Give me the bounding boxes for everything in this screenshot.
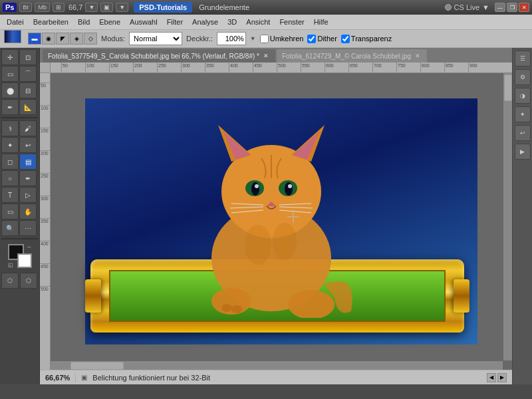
fg-bg-swatches[interactable]: ↔ ◱ xyxy=(8,244,32,268)
transparenz-checkbox[interactable] xyxy=(341,35,350,43)
ruler-v-500: 500 xyxy=(40,286,50,291)
deckkr-input[interactable] xyxy=(217,32,246,45)
hand-tool[interactable]: ✋ xyxy=(19,203,37,219)
arrange-button[interactable]: ⊞ xyxy=(53,3,65,12)
vertical-scrollbar[interactable] xyxy=(503,73,512,360)
minibridge-button[interactable]: Mb xyxy=(35,3,50,12)
restore-button[interactable]: ❐ xyxy=(507,3,517,12)
pen-tool[interactable]: ✒ xyxy=(19,170,37,186)
menu-auswahl[interactable]: Auswahl xyxy=(126,17,162,27)
zoom-dropdown[interactable]: ▼ xyxy=(85,3,98,12)
color-tools: ↔ ◱ xyxy=(1,243,38,269)
rectangular-marquee-tool[interactable]: ▭ xyxy=(1,66,19,82)
panel-history-btn[interactable]: ↩ xyxy=(515,125,531,141)
screen-mode-button[interactable]: ▣ xyxy=(100,3,113,12)
gradient-tool[interactable]: ▤ xyxy=(19,154,37,170)
modus-select[interactable]: Normal xyxy=(129,32,182,45)
clone-stamp-tool[interactable]: ✦ xyxy=(1,137,19,153)
quick-mask-button[interactable]: ⬡ xyxy=(20,273,37,289)
menu-analyse[interactable]: Analyse xyxy=(188,17,222,27)
status-info-text: Belichtung funktioniert nur bei 32-Bit xyxy=(92,374,481,382)
menu-hilfe[interactable]: Hilfe xyxy=(310,17,332,27)
ruler-v-50: 50 xyxy=(40,82,50,88)
dither-label: Dither xyxy=(317,35,336,43)
horizontal-scrollbar-thumb[interactable] xyxy=(70,362,124,370)
umkehren-checkbox[interactable] xyxy=(260,35,269,43)
canvas-area: Fotolia_5377549_S_Carola Schubbel.jpg be… xyxy=(40,48,512,384)
right-panel: ☰ ⚙ ◑ ✦ ↩ ▶ xyxy=(512,48,532,384)
radial-gradient-btn[interactable]: ◉ xyxy=(42,33,55,45)
tab-active[interactable]: Fotolia_5377549_S_Carola Schubbel.jpg be… xyxy=(43,49,275,63)
reflected-gradient-btn[interactable]: ◈ xyxy=(70,33,83,45)
panel-styles-btn[interactable]: ✦ xyxy=(515,106,531,122)
transparenz-group: Transparenz xyxy=(341,35,392,43)
status-next-button[interactable]: ▶ xyxy=(497,373,507,382)
default-colors-icon[interactable]: ◱ xyxy=(8,262,13,268)
menu-bearbeiten[interactable]: Bearbeiten xyxy=(29,17,72,27)
ruler-mark-850: 850 xyxy=(444,63,454,72)
deckkr-dropdown[interactable]: ▼ xyxy=(250,35,256,42)
crop-tool[interactable]: ⊟ xyxy=(19,82,37,98)
move-tool[interactable]: ✛ xyxy=(1,49,19,65)
extra-tool[interactable]: ⋯ xyxy=(19,220,37,236)
menu-ansicht[interactable]: Ansicht xyxy=(242,17,274,27)
kitten-svg xyxy=(165,112,378,318)
background-color[interactable] xyxy=(17,253,32,268)
shape-tool[interactable]: ▭ xyxy=(1,203,19,219)
path-selection-tool[interactable]: ▷ xyxy=(19,187,37,203)
angle-gradient-btn[interactable]: ◤ xyxy=(56,33,69,45)
panel-actions-btn[interactable]: ▶ xyxy=(515,144,531,160)
menu-3d[interactable]: 3D xyxy=(223,17,241,27)
main-area: ✛ ⊡ ▭ ⌒ ⬤ ⊟ ✒ 📐 ⚕ 🖌 ✦ ↩ ◻ ▤ ○ ✒ xyxy=(0,48,532,384)
diamond-gradient-btn[interactable]: ◇ xyxy=(84,33,97,45)
live-dropdown-icon[interactable]: ▼ xyxy=(482,3,489,11)
tab-inactive[interactable]: Fotolia_6124729_M_© Carola Schubbel.jpg … xyxy=(277,49,427,63)
cs-live-area[interactable]: CS Live ▼ xyxy=(445,3,489,11)
tab-active-close[interactable]: ✕ xyxy=(262,52,270,60)
horizontal-scrollbar[interactable] xyxy=(51,360,503,370)
title-bar: Ps Br Mb ⊞ 66,7 ▼ ▣ ▼ PSD-Tutorials Grun… xyxy=(0,0,532,15)
menu-bild[interactable]: Bild xyxy=(74,17,94,27)
dither-group: Dither xyxy=(307,35,336,43)
workspace-name: Grundelemente xyxy=(199,3,442,11)
left-toolbar: ✛ ⊡ ▭ ⌒ ⬤ ⊟ ✒ 📐 ⚕ 🖌 ✦ ↩ ◻ ▤ ○ ✒ xyxy=(0,48,40,384)
tab-inactive-close[interactable]: ✕ xyxy=(414,52,422,60)
panel-adjustments-btn[interactable]: ◑ xyxy=(515,88,531,104)
menu-datei[interactable]: Datei xyxy=(3,17,28,27)
history-brush-tool[interactable]: ↩ xyxy=(19,137,37,153)
standard-mode-button[interactable]: ⬡ xyxy=(1,273,19,289)
canvas-scroll[interactable] xyxy=(51,73,512,370)
quick-selection-tool[interactable]: ⬤ xyxy=(1,82,19,98)
ruler-v-200: 200 xyxy=(40,150,50,156)
svg-point-23 xyxy=(245,225,271,265)
zoom-display: 66,7 xyxy=(68,3,82,11)
bridge-button[interactable]: Br xyxy=(19,3,32,12)
ruler-mark-700: 700 xyxy=(372,63,382,72)
menu-filter[interactable]: Filter xyxy=(163,17,187,27)
artboard-tool[interactable]: ⊡ xyxy=(19,49,37,65)
menu-fenster[interactable]: Fenster xyxy=(275,17,308,27)
minimize-button[interactable]: — xyxy=(495,3,505,12)
lasso-tool[interactable]: ⌒ xyxy=(19,66,37,82)
menu-ebene[interactable]: Ebene xyxy=(95,17,124,27)
close-button[interactable]: ✕ xyxy=(519,3,529,12)
eyedropper-tool[interactable]: ✒ xyxy=(1,99,19,115)
linear-gradient-btn[interactable]: ▬ xyxy=(28,33,41,45)
vertical-scrollbar-thumb[interactable] xyxy=(504,74,512,101)
brush-tool[interactable]: 🖌 xyxy=(19,120,37,136)
dither-checkbox[interactable] xyxy=(307,35,316,43)
eraser-tool[interactable]: ◻ xyxy=(1,154,19,170)
gradient-preview[interactable] xyxy=(4,30,24,47)
panel-layers-btn[interactable]: ☰ xyxy=(515,51,531,66)
zoom-tool[interactable]: 🔍 xyxy=(1,220,19,236)
panel-properties-btn[interactable]: ⚙ xyxy=(515,69,531,85)
window-controls: — ❐ ✕ xyxy=(495,3,529,12)
status-prev-button[interactable]: ◀ xyxy=(487,373,496,382)
screen-mode-dropdown[interactable]: ▼ xyxy=(116,3,128,12)
dodge-tool[interactable]: ○ xyxy=(1,170,19,186)
type-tool[interactable]: T xyxy=(1,187,19,203)
ruler-tool[interactable]: 📐 xyxy=(19,99,37,115)
switch-colors-icon[interactable]: ↔ xyxy=(27,244,32,250)
ruler-v-100: 100 xyxy=(40,105,50,110)
spot-healing-tool[interactable]: ⚕ xyxy=(1,120,19,136)
